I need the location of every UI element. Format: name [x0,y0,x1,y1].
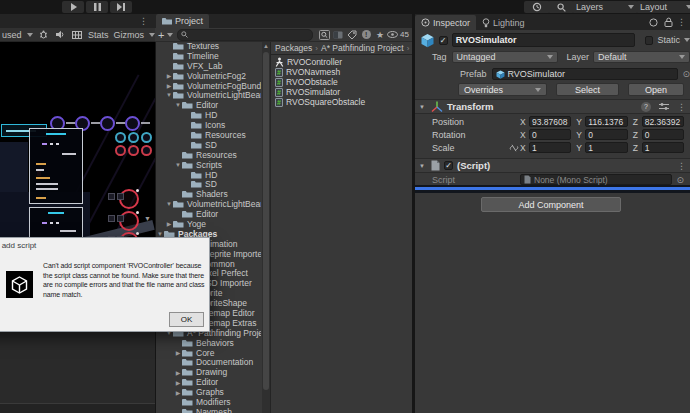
aspect-dropdown[interactable]: used [2,30,22,40]
foldout-icon[interactable]: ▶ [174,349,182,356]
presets-icon[interactable] [659,102,669,111]
tree-item[interactable]: Resources [155,130,261,140]
tree-item[interactable]: HD [155,110,261,120]
step-button[interactable] [110,1,132,13]
foldout-icon[interactable]: ▶ [165,82,173,89]
rotation-x-field[interactable]: 0 [529,129,571,140]
play-button[interactable] [62,1,84,13]
search-by-type-icon[interactable] [317,29,331,41]
rotation-z-field[interactable]: 0 [642,129,684,140]
asset-item[interactable]: #RVONavmesh [271,67,412,77]
tag-dropdown[interactable]: Untagged [452,51,558,63]
script-component-header[interactable]: ▼ ✓ (Script) ⋮ [415,158,690,173]
pause-button[interactable] [86,1,108,13]
position-x-field[interactable]: 93.87608 [529,116,571,127]
prefab-field[interactable]: RVOSimulator [492,68,679,80]
panel-menu-icon[interactable]: ⋮ [677,17,686,27]
undo-history-button[interactable] [524,1,550,13]
tree-item[interactable]: Resources [155,150,261,160]
active-checkbox[interactable]: ✓ [439,36,448,45]
foldout-icon[interactable]: ▶ [165,72,173,79]
gameobject-cube-icon[interactable] [420,33,435,48]
tree-item[interactable]: ▶Drawing [155,367,261,377]
inspector-mode-icon[interactable] [649,18,658,27]
scroll-up-icon[interactable]: ▲ [262,43,270,49]
tree-item[interactable]: Navmesh [155,407,261,413]
overrides-dropdown[interactable]: Overrides [458,83,547,96]
foldout-icon[interactable]: ▼ [419,163,427,169]
select-button[interactable]: Select [556,83,619,96]
layers-dropdown[interactable]: Layers [572,1,638,13]
asset-item[interactable]: #RVOSimulator [271,87,412,97]
hidden-count-toggle[interactable]: 45 [387,29,409,41]
ok-button[interactable]: OK [169,312,204,327]
rotation-y-field[interactable]: 0 [585,129,627,140]
tree-scrollbar-thumb[interactable] [263,52,269,390]
foldout-icon[interactable]: ▶ [165,220,173,227]
gizmos-dropdown[interactable]: Gizmos [113,30,144,40]
position-z-field[interactable]: 82.36392 [642,116,684,127]
foldout-icon[interactable]: ▼ [165,92,173,98]
asset-item[interactable]: RVOController [271,57,412,67]
asset-item[interactable]: #RVOSquareObstacle [271,97,412,107]
tree-item[interactable]: Editor [155,209,261,219]
help-icon[interactable]: ? [641,102,651,112]
layer-dropdown[interactable]: Default [593,51,690,63]
position-y-field[interactable]: 116.1376 [585,116,627,127]
gameobject-name-field[interactable]: RVOSimulator [452,33,635,47]
breadcrumb-packages[interactable]: Packages [275,43,312,53]
tree-item[interactable]: Documentation [155,358,261,368]
broken-link-icon[interactable] [508,144,520,152]
tree-item[interactable]: ▶VolumetricFogBundle [155,81,261,91]
scale-x-field[interactable]: 1 [529,142,571,153]
tree-item[interactable]: ▼VolumetricLightBeam [155,90,261,100]
vsync-grid-icon[interactable] [71,29,83,41]
label-tag-icon[interactable] [345,29,359,41]
chevron-down-icon[interactable] [684,38,690,42]
create-asset-button[interactable]: + [158,29,164,41]
tree-item[interactable]: Modifiers [155,397,261,407]
tree-item[interactable]: Timeline [155,51,261,61]
search-by-label-icon[interactable] [331,29,345,41]
foldout-icon[interactable]: ▼ [165,201,173,207]
tree-item[interactable]: ▼Scripts [155,160,261,170]
scale-y-field[interactable]: 1 [585,142,627,153]
lock-icon[interactable] [664,17,673,27]
foldout-icon[interactable]: ▼ [174,102,182,108]
import-alert-icon[interactable]: ! [359,29,373,41]
tree-item[interactable]: ▶Editor [155,377,261,387]
scale-z-field[interactable]: 1 [642,142,684,153]
tree-item[interactable]: Behaviors [155,338,261,348]
foldout-icon[interactable]: ▶ [174,379,182,386]
component-enabled-checkbox[interactable]: ✓ [444,161,453,170]
tab-lighting[interactable]: Lighting [476,15,531,30]
foldout-icon[interactable]: ▼ [174,162,182,168]
tree-item[interactable]: ▶Core [155,348,261,358]
object-picker-icon[interactable]: ⊙ [682,69,690,79]
tree-item[interactable]: VFX_Lab [155,61,261,71]
tab-project[interactable]: Project [156,14,209,28]
add-component-button[interactable]: Add Component [481,197,621,212]
debug-icon[interactable] [38,29,50,41]
project-search-input[interactable] [177,29,313,41]
tree-item[interactable]: ▶Graphs [155,387,261,397]
tree-item[interactable]: SD [155,179,261,189]
asset-item[interactable]: #RVOObstacle [271,77,412,87]
tree-item[interactable]: ▼Editor [155,100,261,110]
foldout-icon[interactable]: ▼ [156,231,164,237]
tab-inspector[interactable]: Inspector [415,15,476,30]
foldout-icon[interactable]: ▼ [419,104,427,110]
panel-menu-icon[interactable]: ⋮ [139,16,148,26]
search-everything-button[interactable] [548,1,574,13]
mute-audio-icon[interactable] [54,29,66,41]
object-picker-icon[interactable]: ⊙ [676,175,684,185]
tree-item[interactable]: ▶Yoge [155,219,261,229]
open-button[interactable]: Open [628,83,684,96]
static-checkbox[interactable] [645,36,654,45]
tree-item[interactable]: HD [155,170,261,180]
tree-item[interactable]: Icons [155,120,261,130]
tree-item[interactable]: SD [155,140,261,150]
breadcrumb-astar[interactable]: A* Pathfinding Project [321,43,404,53]
layout-dropdown[interactable]: Layout [636,1,690,13]
favorites-star-icon[interactable]: ★ [373,29,387,41]
